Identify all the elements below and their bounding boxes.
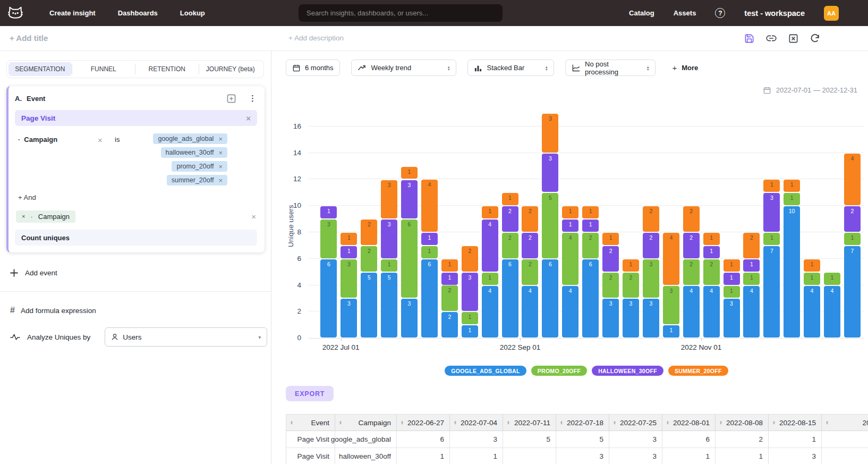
bar-segment[interactable]: 1: [381, 259, 397, 272]
bar-segment[interactable]: 2: [683, 259, 700, 285]
add-title-field[interactable]: + Add title: [10, 33, 48, 43]
bar-segment[interactable]: 1: [562, 206, 578, 218]
bar-segment[interactable]: 10: [784, 206, 800, 338]
bar-segment[interactable]: 3: [381, 180, 397, 219]
table-column-header[interactable]: ▲▼Event: [286, 415, 335, 431]
bar-segment[interactable]: 6: [421, 259, 438, 338]
remove-event-icon[interactable]: ×: [246, 114, 251, 122]
save-icon[interactable]: [744, 33, 754, 44]
bar-segment[interactable]: 2: [643, 233, 659, 258]
sort-icon[interactable]: ▲▼: [290, 420, 293, 425]
filter-value-pill[interactable]: halloween_30off×: [161, 147, 227, 158]
bar-segment[interactable]: 7: [844, 246, 861, 338]
bar-segment[interactable]: 7: [763, 246, 780, 338]
nav-dashboards[interactable]: Dashboards: [107, 9, 169, 17]
remove-filter-icon[interactable]: ×: [98, 136, 103, 145]
bar-segment[interactable]: 2: [522, 259, 538, 285]
bar-segment[interactable]: 6: [582, 259, 599, 338]
bar-segment[interactable]: 4: [844, 154, 861, 206]
table-column-header[interactable]: ▲▼2022-07-04: [450, 415, 503, 431]
sort-icon[interactable]: ▲▼: [613, 420, 616, 425]
legend-item[interactable]: SUMMER_20OFF: [668, 366, 728, 376]
event-selector[interactable]: Page Visit ×: [15, 110, 257, 126]
sort-icon[interactable]: ▲▼: [560, 420, 563, 425]
filter-value-pill[interactable]: google_ads_global×: [153, 133, 227, 144]
bar-segment[interactable]: 6: [401, 220, 418, 298]
bar-segment[interactable]: 2: [522, 206, 538, 232]
filter-value-pill[interactable]: summer_20off×: [167, 175, 227, 185]
tab-journey-beta-[interactable]: JOURNEY (beta): [199, 62, 262, 76]
bar-segment[interactable]: 1: [763, 180, 780, 192]
bar-segment[interactable]: 3: [341, 299, 357, 338]
sort-icon[interactable]: ▲▼: [666, 420, 669, 425]
bar-segment[interactable]: 1: [482, 206, 498, 218]
bar-segment[interactable]: 1: [602, 233, 619, 245]
nav-create-insight[interactable]: Create insight: [38, 9, 107, 17]
bar-segment[interactable]: 1: [582, 220, 599, 232]
bar-segment[interactable]: 5: [361, 273, 377, 338]
bar-segment[interactable]: 6: [502, 259, 518, 338]
bar-segment[interactable]: 1: [341, 233, 357, 245]
bar-segment[interactable]: 6: [542, 259, 558, 338]
bar-segment[interactable]: 1: [784, 180, 800, 192]
bar-segment[interactable]: 1: [743, 259, 760, 272]
bar-segment[interactable]: 2: [462, 246, 478, 272]
bar-segment[interactable]: 2: [502, 206, 518, 232]
bar-segment[interactable]: 1: [320, 206, 337, 218]
table-column-header[interactable]: ▲▼2022-08-15: [769, 415, 822, 431]
bar-segment[interactable]: 2: [441, 312, 458, 338]
bar-segment[interactable]: 2: [643, 206, 659, 232]
bar-segment[interactable]: 4: [562, 233, 578, 285]
trend-select[interactable]: Weekly trend ▴▾: [351, 60, 456, 76]
bar-segment[interactable]: 3: [724, 299, 740, 338]
bar-segment[interactable]: 3: [643, 299, 659, 338]
analyze-by-select[interactable]: Users ▾: [105, 327, 267, 347]
bar-segment[interactable]: 1: [421, 246, 438, 258]
filter-operator[interactable]: is: [115, 133, 120, 144]
table-column-header[interactable]: ▲▼2022-07-25: [609, 415, 662, 431]
date-range-button[interactable]: 6 months: [286, 60, 340, 76]
bar-segment[interactable]: 1: [703, 246, 720, 258]
bar-segment[interactable]: 1: [824, 273, 840, 285]
sort-icon[interactable]: ▲▼: [507, 420, 510, 425]
bar-segment[interactable]: 3: [602, 299, 619, 338]
export-button[interactable]: EXPORT: [286, 386, 334, 401]
sort-icon[interactable]: ▲▼: [339, 420, 342, 425]
bar-segment[interactable]: 1: [502, 193, 518, 205]
sort-icon[interactable]: ▲▼: [454, 420, 457, 425]
sort-icon[interactable]: ▲▼: [826, 420, 829, 425]
table-column-header[interactable]: ▲▼Campaign: [335, 415, 397, 431]
bar-segment[interactable]: 2: [582, 233, 599, 258]
bar-segment[interactable]: 4: [824, 286, 840, 338]
help-icon[interactable]: ?: [715, 8, 725, 18]
bar-segment[interactable]: 1: [724, 286, 740, 298]
legend-item[interactable]: HALLOWEEN_30OFF: [592, 366, 663, 376]
remove-filter-value-icon[interactable]: ×: [218, 136, 223, 142]
post-processing-select[interactable]: No post processing ▴▾: [565, 60, 656, 76]
bar-segment[interactable]: 2: [602, 273, 619, 298]
bar-segment[interactable]: 4: [743, 286, 760, 338]
sort-icon[interactable]: ▲▼: [772, 420, 776, 425]
bar-segment[interactable]: 2: [441, 285, 458, 311]
bar-segment[interactable]: 2: [361, 246, 377, 272]
bar-segment[interactable]: 4: [482, 220, 498, 272]
refresh-icon[interactable]: [810, 33, 820, 44]
bar-segment[interactable]: 1: [482, 273, 498, 285]
bar-segment[interactable]: 1: [421, 233, 438, 245]
add-description-field[interactable]: + Add description: [288, 34, 344, 42]
table-column-header[interactable]: ▲▼2022-08-08: [716, 415, 769, 431]
tab-retention[interactable]: RETENTION: [135, 62, 199, 76]
bar-segment[interactable]: 1: [804, 273, 820, 285]
bar-segment[interactable]: 4: [663, 233, 679, 285]
filter-property[interactable]: Campaign: [24, 136, 57, 144]
bar-segment[interactable]: 1: [804, 259, 820, 272]
bar-segment[interactable]: 2: [703, 259, 720, 285]
bar-segment[interactable]: 3: [643, 259, 659, 298]
bar-segment[interactable]: 2: [522, 233, 538, 258]
bar-segment[interactable]: 3: [763, 193, 780, 232]
remove-filter-value-icon[interactable]: ×: [218, 177, 223, 184]
bar-segment[interactable]: 3: [401, 180, 418, 219]
table-column-header[interactable]: ▲▼2022-07-11: [503, 415, 556, 431]
remove-filter-value-icon[interactable]: ×: [218, 163, 223, 170]
bar-segment[interactable]: 3: [462, 273, 478, 311]
